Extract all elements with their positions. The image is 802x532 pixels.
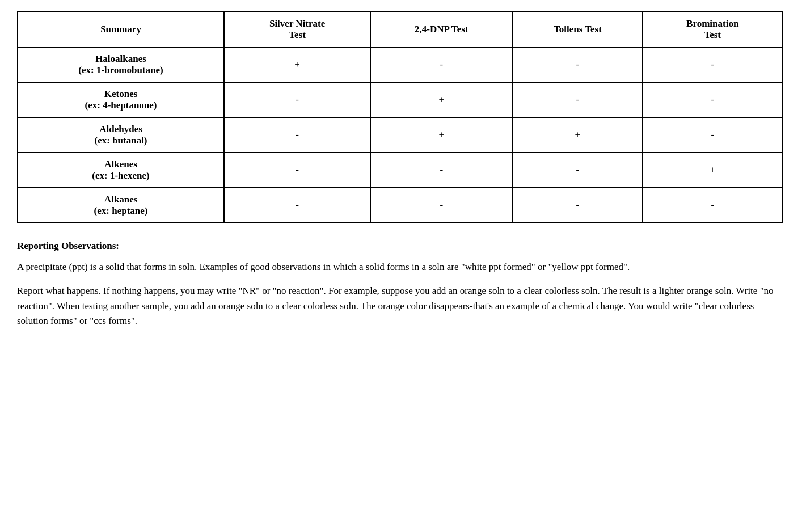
row-label-line2: (ex: butanal) [95, 135, 147, 146]
row-label-aldehydes: Aldehydes (ex: butanal) [18, 117, 224, 153]
row-label-haloalkanes: Haloalkanes (ex: 1-bromobutane) [18, 47, 224, 82]
row-label-alkanes: Alkanes (ex: heptane) [18, 188, 224, 223]
row-label-line1: Ketones [104, 88, 138, 99]
cell-haloalkanes-tollens: - [512, 47, 643, 82]
cell-alkenes-silver: - [224, 153, 370, 188]
col-header-dnp: 2,4-DNP Test [370, 12, 512, 47]
col-header-silver-nitrate-line1: Silver Nitrate [269, 18, 325, 29]
cell-ketones-bromination: - [643, 82, 782, 117]
cell-alkanes-silver: - [224, 188, 370, 223]
table-row: Ketones (ex: 4-heptanone) - + - - [18, 82, 782, 117]
row-label-alkenes: Alkenes (ex: 1-hexene) [18, 153, 224, 188]
reporting-observations-section: Reporting Observations: A precipitate (p… [17, 240, 783, 328]
col-header-summary: Summary [18, 12, 224, 47]
table-row: Haloalkanes (ex: 1-bromobutane) + - - - [18, 47, 782, 82]
cell-alkanes-bromination: - [643, 188, 782, 223]
col-header-bromination-line2: Test [704, 29, 721, 40]
row-label-line1: Haloalkanes [95, 53, 146, 64]
summary-table: Summary Silver Nitrate Test 2,4-DNP Test… [17, 11, 783, 223]
cell-aldehydes-silver: - [224, 117, 370, 153]
col-header-bromination: Bromination Test [643, 12, 782, 47]
row-label-line1: Aldehydes [99, 124, 142, 134]
reporting-paragraph-1: A precipitate (ppt) is a solid that form… [17, 260, 783, 275]
cell-alkanes-tollens: - [512, 188, 643, 223]
row-label-line2: (ex: 4-heptanone) [85, 100, 157, 111]
row-label-ketones: Ketones (ex: 4-heptanone) [18, 82, 224, 117]
col-header-tollens: Tollens Test [512, 12, 643, 47]
cell-haloalkanes-bromination: - [643, 47, 782, 82]
cell-ketones-tollens: - [512, 82, 643, 117]
row-label-line2: (ex: 1-bromobutane) [78, 65, 163, 75]
cell-alkenes-tollens: - [512, 153, 643, 188]
reporting-paragraph-2: Report what happens. If nothing happens,… [17, 284, 783, 328]
table-header-row: Summary Silver Nitrate Test 2,4-DNP Test… [18, 12, 782, 47]
cell-aldehydes-bromination: - [643, 117, 782, 153]
cell-aldehydes-tollens: + [512, 117, 643, 153]
cell-alkenes-dnp: - [370, 153, 512, 188]
cell-alkenes-bromination: + [643, 153, 782, 188]
cell-haloalkanes-dnp: - [370, 47, 512, 82]
col-header-bromination-line1: Bromination [686, 18, 738, 29]
cell-haloalkanes-silver: + [224, 47, 370, 82]
reporting-heading: Reporting Observations: [17, 240, 783, 252]
table-row: Alkanes (ex: heptane) - - - - [18, 188, 782, 223]
row-label-line2: (ex: heptane) [94, 205, 148, 216]
row-label-line1: Alkenes [104, 159, 137, 170]
summary-table-container: Summary Silver Nitrate Test 2,4-DNP Test… [17, 11, 783, 223]
row-label-line1: Alkanes [104, 194, 138, 205]
col-header-silver-nitrate-line2: Test [289, 29, 306, 40]
table-row: Aldehydes (ex: butanal) - + + - [18, 117, 782, 153]
cell-alkanes-dnp: - [370, 188, 512, 223]
cell-aldehydes-dnp: + [370, 117, 512, 153]
cell-ketones-dnp: + [370, 82, 512, 117]
row-label-line2: (ex: 1-hexene) [92, 170, 150, 181]
table-row: Alkenes (ex: 1-hexene) - - - + [18, 153, 782, 188]
col-header-silver-nitrate: Silver Nitrate Test [224, 12, 370, 47]
cell-ketones-silver: - [224, 82, 370, 117]
